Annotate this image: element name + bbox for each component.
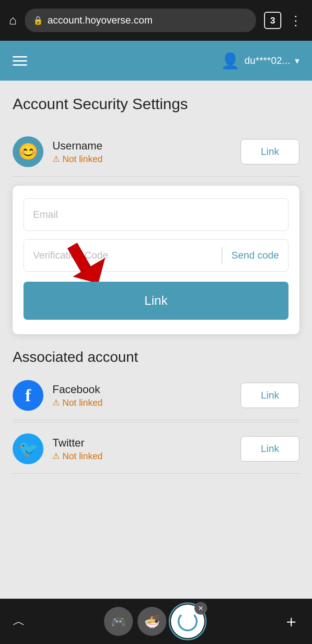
twitter-bird-icon: 🐦	[18, 439, 38, 458]
username-icon: 😊	[13, 136, 43, 167]
browser-menu-icon[interactable]: ⋮	[289, 13, 303, 28]
verification-row: Send code	[24, 239, 288, 272]
username-item: 😊 Username ⚠ Not linked Link	[13, 127, 299, 177]
url-bar[interactable]: 🔒 account.hoyoverse.com	[25, 9, 256, 32]
username-section: 😊 Username ⚠ Not linked Link	[13, 127, 299, 177]
link-submit-button[interactable]: Link	[24, 282, 288, 320]
email-input[interactable]	[24, 198, 288, 231]
twitter-warning-icon: ⚠	[52, 451, 60, 461]
main-content: Account Security Settings 😊 Username ⚠ N…	[0, 81, 312, 644]
browser-chrome: ⌂ 🔒 account.hoyoverse.com 3 ⋮	[0, 0, 312, 41]
twitter-link-button[interactable]: Link	[241, 436, 299, 461]
username-label: Username	[52, 139, 103, 152]
nav-tab-2-icon: 🍜	[144, 614, 160, 629]
facebook-link-button[interactable]: Link	[241, 383, 299, 408]
twitter-not-linked: Not linked	[62, 451, 103, 461]
arrow-annotation-container: Link	[24, 282, 288, 320]
user-area[interactable]: 👤 du****02... ▾	[221, 52, 299, 70]
facebook-item-left: f Facebook ⚠ Not linked	[13, 380, 103, 411]
twitter-info: Twitter ⚠ Not linked	[52, 437, 103, 461]
facebook-warning-icon: ⚠	[52, 398, 60, 408]
facebook-label: Facebook	[52, 383, 103, 396]
hamburger-menu-icon[interactable]	[13, 56, 27, 66]
divider	[13, 422, 299, 423]
nav-tab-1[interactable]: 🎮	[104, 607, 133, 636]
send-code-button[interactable]: Send code	[222, 240, 288, 271]
close-tab-badge[interactable]: ✕	[194, 602, 207, 615]
facebook-f-icon: f	[25, 385, 31, 405]
url-text: account.hoyoverse.com	[47, 14, 248, 26]
smiley-icon: 😊	[18, 142, 38, 161]
facebook-status: ⚠ Not linked	[52, 398, 103, 408]
tab-count-badge[interactable]: 3	[264, 12, 281, 29]
nav-tab-2[interactable]: 🍜	[137, 607, 166, 636]
page-title: Account Security Settings	[13, 95, 299, 113]
facebook-item: f Facebook ⚠ Not linked Link	[13, 371, 299, 420]
username-display: du****02...	[244, 55, 290, 67]
twitter-item: 🐦 Twitter ⚠ Not linked Link	[13, 424, 299, 474]
warning-icon: ⚠	[52, 154, 60, 164]
new-tab-icon[interactable]: ＋	[283, 610, 299, 633]
username-not-linked: Not linked	[62, 154, 103, 164]
nav-tab-icons: 🎮 🍜 ✕	[104, 605, 204, 638]
user-avatar-icon: 👤	[221, 52, 240, 70]
verification-code-input[interactable]	[24, 240, 222, 271]
active-tab-spinner	[178, 611, 198, 631]
username-link-button[interactable]: Link	[241, 139, 299, 164]
nav-tab-active[interactable]: ✕	[171, 605, 204, 638]
link-form-card: Send code Link	[13, 186, 299, 334]
username-info: Username ⚠ Not linked	[52, 139, 103, 164]
associated-account-title: Associated account	[13, 349, 299, 365]
facebook-not-linked: Not linked	[62, 398, 103, 408]
username-item-left: 😊 Username ⚠ Not linked	[13, 136, 103, 167]
twitter-label: Twitter	[52, 437, 103, 449]
twitter-icon: 🐦	[13, 433, 43, 464]
nav-tab-1-icon: 🎮	[111, 614, 127, 629]
site-header: 👤 du****02... ▾	[0, 41, 312, 81]
facebook-info: Facebook ⚠ Not linked	[52, 383, 103, 408]
chevron-down-icon: ▾	[295, 55, 299, 66]
nav-back-icon[interactable]: ︿	[13, 613, 25, 630]
facebook-icon: f	[13, 380, 43, 411]
username-status: ⚠ Not linked	[52, 154, 103, 164]
home-icon[interactable]: ⌂	[9, 13, 17, 28]
twitter-status: ⚠ Not linked	[52, 451, 103, 461]
twitter-item-left: 🐦 Twitter ⚠ Not linked	[13, 433, 103, 464]
bottom-nav: ︿ 🎮 🍜 ✕ ＋	[0, 599, 312, 644]
lock-icon: 🔒	[33, 15, 43, 25]
